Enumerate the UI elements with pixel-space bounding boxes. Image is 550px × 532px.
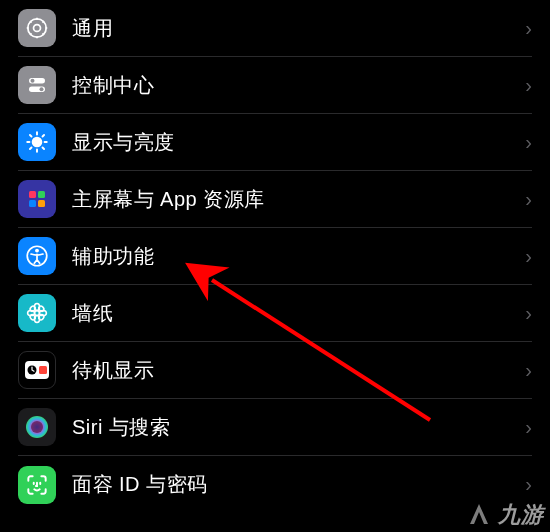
flower-icon: [18, 294, 56, 332]
row-label-wallpaper: 墙纸: [72, 300, 525, 327]
svg-point-26: [31, 421, 43, 433]
settings-row-faceid[interactable]: 面容 ID 与密码 ›: [18, 456, 532, 513]
svg-point-13: [35, 311, 40, 316]
settings-row-home-screen[interactable]: 主屏幕与 App 资源库 ›: [18, 171, 532, 228]
row-label-siri: Siri 与搜索: [72, 414, 525, 441]
row-label-standby: 待机显示: [72, 357, 525, 384]
settings-row-accessibility[interactable]: 辅助功能 ›: [18, 228, 532, 285]
svg-rect-9: [29, 200, 36, 207]
svg-rect-24: [39, 366, 47, 374]
grid-icon: [18, 180, 56, 218]
settings-row-control-center[interactable]: 控制中心 ›: [18, 57, 532, 114]
row-label-accessibility: 辅助功能: [72, 243, 525, 270]
row-label-home-screen: 主屏幕与 App 资源库: [72, 186, 525, 213]
settings-row-wallpaper[interactable]: 墙纸 ›: [18, 285, 532, 342]
row-label-control-center: 控制中心: [72, 72, 525, 99]
chevron-right-icon: ›: [525, 245, 532, 268]
svg-point-5: [40, 87, 44, 91]
svg-point-3: [31, 79, 35, 83]
chevron-right-icon: ›: [525, 17, 532, 40]
chevron-right-icon: ›: [525, 302, 532, 325]
svg-point-0: [34, 25, 41, 32]
gear-icon: [18, 9, 56, 47]
svg-point-1: [28, 19, 46, 37]
settings-list: 通用 › 控制中心 › 显示与亮度 › 主屏幕与 App 资源库 › 辅助功能 …: [0, 0, 550, 513]
chevron-right-icon: ›: [525, 131, 532, 154]
svg-rect-10: [38, 200, 45, 207]
svg-point-12: [35, 249, 39, 253]
svg-point-6: [33, 138, 42, 147]
chevron-right-icon: ›: [525, 188, 532, 211]
chevron-right-icon: ›: [525, 416, 532, 439]
standby-icon: [18, 351, 56, 389]
siri-icon: [18, 408, 56, 446]
chevron-right-icon: ›: [525, 359, 532, 382]
settings-row-standby[interactable]: 待机显示 ›: [18, 342, 532, 399]
accessibility-icon: [18, 237, 56, 275]
row-label-general: 通用: [72, 15, 525, 42]
settings-row-general[interactable]: 通用 ›: [18, 0, 532, 57]
faceid-icon: [18, 466, 56, 504]
svg-rect-7: [29, 191, 36, 198]
settings-row-display[interactable]: 显示与亮度 ›: [18, 114, 532, 171]
chevron-right-icon: ›: [525, 74, 532, 97]
row-label-display: 显示与亮度: [72, 129, 525, 156]
switches-icon: [18, 66, 56, 104]
settings-row-siri[interactable]: Siri 与搜索 ›: [18, 399, 532, 456]
chevron-right-icon: ›: [525, 473, 532, 496]
svg-rect-8: [38, 191, 45, 198]
sun-icon: [18, 123, 56, 161]
row-label-faceid: 面容 ID 与密码: [72, 471, 525, 498]
